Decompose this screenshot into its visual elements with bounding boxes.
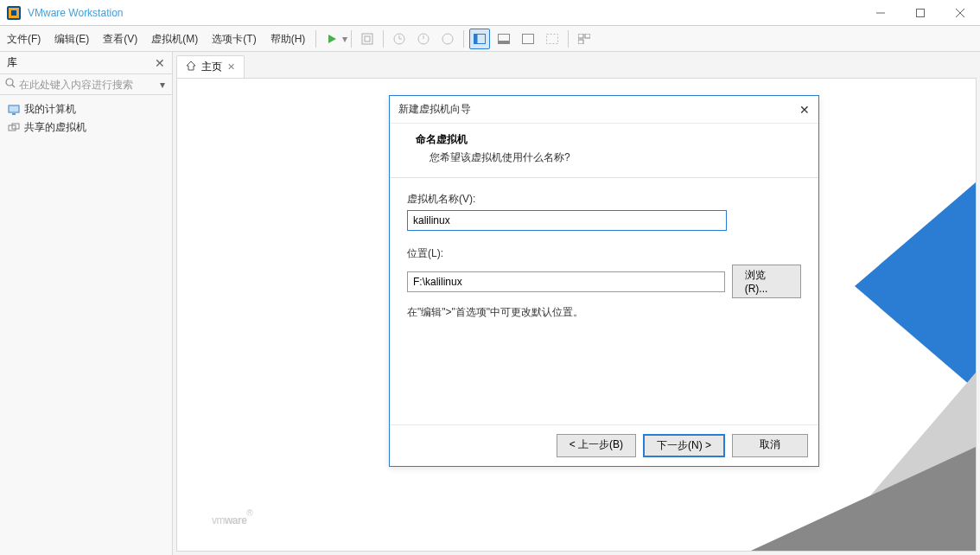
next-button[interactable]: 下一步(N) > bbox=[643, 434, 725, 457]
app-title: VMware Workstation bbox=[28, 7, 123, 19]
tree-item-label: 共享的虚拟机 bbox=[24, 120, 86, 135]
close-button[interactable] bbox=[940, 0, 980, 26]
app-icon bbox=[7, 6, 21, 20]
layout-sidebar-icon[interactable] bbox=[469, 29, 490, 49]
svg-rect-1 bbox=[917, 10, 925, 17]
tab-home[interactable]: 主页 ✕ bbox=[176, 55, 245, 78]
menu-bar: 文件(F) 编辑(E) 查看(V) 虚拟机(M) 选项卡(T) 帮助(H) ▾ bbox=[0, 26, 980, 52]
tab-label: 主页 bbox=[201, 60, 222, 74]
svg-rect-21 bbox=[578, 40, 583, 44]
menu-tabs[interactable]: 选项卡(T) bbox=[205, 26, 263, 52]
tree-item-label: 我的计算机 bbox=[24, 102, 76, 117]
sidebar-close-icon[interactable]: ✕ bbox=[155, 56, 165, 70]
svg-rect-16 bbox=[499, 41, 510, 44]
svg-rect-14 bbox=[474, 34, 478, 43]
unity-icon[interactable] bbox=[542, 29, 563, 49]
svg-rect-6 bbox=[365, 36, 370, 41]
menu-help[interactable]: 帮助(H) bbox=[264, 26, 313, 52]
thumbnails-icon[interactable] bbox=[574, 29, 595, 49]
new-vm-wizard-dialog: 新建虚拟机向导 ✕ 命名虚拟机 您希望该虚拟机使用什么名称? 虚拟机名称(V):… bbox=[389, 95, 819, 467]
library-tree: 我的计算机 共享的虚拟机 bbox=[0, 95, 172, 142]
menu-file[interactable]: 文件(F) bbox=[0, 26, 48, 52]
menu-vm[interactable]: 虚拟机(M) bbox=[144, 26, 205, 52]
svg-rect-19 bbox=[578, 34, 583, 38]
svg-rect-17 bbox=[523, 34, 534, 43]
tab-close-icon[interactable]: ✕ bbox=[227, 61, 235, 73]
menu-edit[interactable]: 编辑(E) bbox=[48, 26, 96, 52]
clock-icon-1[interactable] bbox=[389, 29, 410, 49]
shared-icon bbox=[7, 121, 21, 135]
svg-rect-18 bbox=[547, 34, 558, 43]
vm-name-input[interactable] bbox=[407, 210, 727, 231]
svg-point-12 bbox=[442, 34, 453, 44]
dialog-heading: 命名虚拟机 bbox=[416, 132, 801, 147]
browse-button[interactable]: 浏览(R)... bbox=[732, 265, 801, 298]
back-button[interactable]: < 上一步(B) bbox=[557, 434, 636, 457]
svg-rect-5 bbox=[362, 34, 372, 44]
svg-line-23 bbox=[12, 85, 15, 87]
play-button[interactable] bbox=[321, 29, 342, 49]
menu-view[interactable]: 查看(V) bbox=[96, 26, 144, 52]
tree-item-my-computer[interactable]: 我的计算机 bbox=[3, 100, 169, 118]
snapshot-icon[interactable] bbox=[357, 29, 378, 49]
monitor-icon bbox=[7, 103, 21, 117]
search-input[interactable] bbox=[19, 79, 158, 91]
svg-rect-20 bbox=[585, 34, 590, 38]
svg-rect-25 bbox=[9, 105, 19, 112]
dialog-subheading: 您希望该虚拟机使用什么名称? bbox=[416, 150, 801, 165]
location-hint: 在"编辑">"首选项"中可更改默认位置。 bbox=[407, 305, 801, 320]
home-icon bbox=[186, 61, 196, 73]
search-icon bbox=[5, 78, 16, 91]
minimize-button[interactable] bbox=[861, 0, 900, 26]
location-label: 位置(L): bbox=[407, 246, 801, 261]
title-bar: VMware Workstation bbox=[0, 0, 980, 26]
tree-item-shared-vms[interactable]: 共享的虚拟机 bbox=[3, 118, 169, 137]
layout-bottom-icon[interactable] bbox=[493, 29, 514, 49]
vm-name-label: 虚拟机名称(V): bbox=[407, 192, 801, 207]
sidebar-title: 库 bbox=[7, 55, 155, 70]
svg-point-22 bbox=[6, 79, 13, 86]
vmware-logo: vmware® bbox=[212, 505, 252, 529]
fullscreen-icon[interactable] bbox=[518, 29, 538, 49]
clock-icon-3[interactable] bbox=[437, 29, 458, 49]
svg-marker-4 bbox=[328, 35, 336, 43]
search-dropdown-icon[interactable]: ▾ bbox=[158, 79, 167, 91]
cancel-button[interactable]: 取消 bbox=[732, 434, 808, 457]
maximize-button[interactable] bbox=[900, 0, 940, 26]
dialog-title: 新建虚拟机向导 bbox=[398, 102, 799, 117]
decoration bbox=[855, 182, 976, 390]
clock-icon-2[interactable] bbox=[413, 29, 434, 49]
dialog-close-icon[interactable]: ✕ bbox=[799, 103, 810, 117]
sidebar: 库 ✕ ▾ 我的计算机 共享的虚拟机 bbox=[0, 52, 173, 555]
location-input[interactable] bbox=[407, 271, 725, 292]
